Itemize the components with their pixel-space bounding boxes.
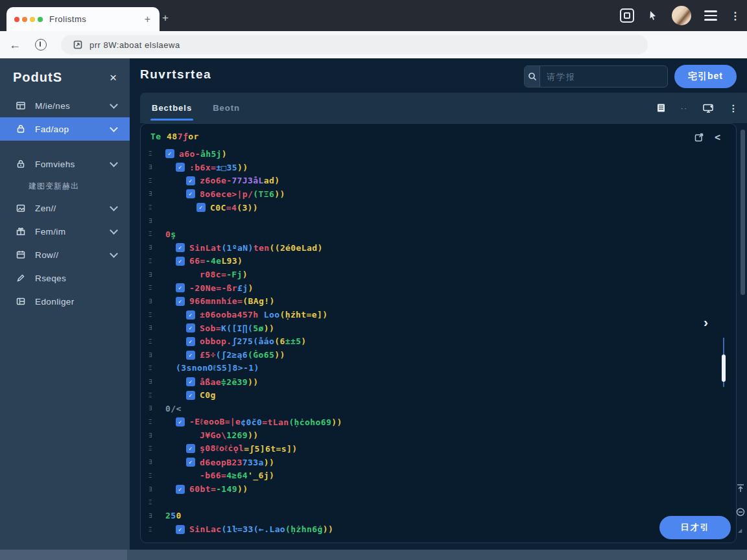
checkbox[interactable]: ✓ bbox=[186, 337, 195, 346]
code-editor[interactable]: Te 487ƒor < Ξ✓a6o-åh5j)∃✓:b6x=±□35))Ξ✓z6… bbox=[140, 123, 737, 543]
code-token: =ʃ5]6t=s]) bbox=[244, 444, 297, 454]
checkbox[interactable]: ✓ bbox=[176, 163, 185, 172]
sidebar-item-3[interactable]: Zen// bbox=[0, 196, 130, 220]
back-icon[interactable]: ← bbox=[9, 38, 21, 52]
checkbox[interactable]: ✓ bbox=[176, 243, 185, 252]
code-token: 8o6ece>|p/ bbox=[200, 189, 253, 199]
horizontal-scrollbar-thumb[interactable] bbox=[0, 550, 127, 560]
avatar[interactable] bbox=[672, 6, 691, 25]
checkbox[interactable]: ✓ bbox=[176, 257, 185, 266]
app-content: PodutS × M/ie/nes Fad/aop bbox=[0, 58, 747, 560]
checkbox[interactable]: ✓ bbox=[176, 485, 185, 494]
search-scope-select[interactable] bbox=[525, 66, 540, 87]
tab-plus-icon[interactable]: + bbox=[145, 14, 150, 25]
search-box bbox=[524, 65, 668, 88]
sidebar-item-1[interactable]: Fad/aop bbox=[0, 117, 130, 141]
primary-action-button[interactable]: 宅引bet bbox=[674, 65, 737, 88]
image-icon bbox=[16, 203, 26, 213]
search-input[interactable] bbox=[540, 66, 667, 87]
traffic-light-red-icon[interactable] bbox=[14, 17, 19, 22]
line-number: Ξ bbox=[141, 419, 160, 425]
code-token: 966mnnhíe= bbox=[189, 296, 243, 306]
feedback-icon[interactable] bbox=[735, 507, 746, 520]
address-bar[interactable]: prr 8W:aboat elslaewa bbox=[61, 35, 648, 54]
checkbox[interactable]: ✓ bbox=[186, 189, 195, 198]
code-line: ∃J¥Go\1269)) bbox=[141, 428, 737, 442]
checkbox[interactable]: ✓ bbox=[186, 323, 195, 332]
code-token: 5j bbox=[211, 149, 221, 159]
code-token: (ḥżhn6ģ bbox=[285, 524, 323, 534]
monitor-icon[interactable] bbox=[702, 103, 715, 113]
tab-0[interactable]: Bectbels bbox=[150, 93, 193, 123]
code-token: 733a bbox=[243, 458, 264, 467]
line-number: ∃ bbox=[141, 486, 160, 493]
sidebar-subitem[interactable]: 建图变新赫出 bbox=[0, 176, 130, 196]
vertical-scrollbar-thumb[interactable] bbox=[741, 130, 745, 295]
sidebar-item-4[interactable]: Fem/im bbox=[0, 220, 130, 243]
submit-button[interactable]: 日才引 bbox=[659, 516, 731, 539]
code-token: obbop. bbox=[200, 336, 231, 346]
screenshot-icon[interactable] bbox=[620, 8, 634, 23]
code-token: :b6x= bbox=[189, 163, 216, 172]
sidebar-item-5[interactable]: Row// bbox=[0, 243, 130, 266]
checkbox[interactable]: ✓ bbox=[196, 203, 206, 212]
checkbox[interactable]: ✓ bbox=[186, 310, 195, 320]
vertical-slider[interactable] bbox=[723, 338, 724, 387]
code-line: Ξ✓z6o6e-77J3åLad) bbox=[141, 174, 737, 187]
lock-icon bbox=[16, 159, 26, 169]
more-icon[interactable]: ·· bbox=[681, 104, 688, 112]
export-icon[interactable] bbox=[694, 132, 704, 143]
sidebar-item-2[interactable]: Fomviehs bbox=[0, 152, 130, 176]
tab-1[interactable]: Beotn bbox=[211, 93, 241, 123]
checkbox[interactable]: ✓ bbox=[186, 458, 195, 467]
browser-tab-strip: Frolistms + + ⋮ bbox=[0, 0, 747, 31]
kebab-icon[interactable]: ⋮ bbox=[729, 103, 738, 113]
checkbox[interactable]: ✓ bbox=[186, 351, 195, 360]
expand-chevron-icon[interactable]: › bbox=[704, 314, 708, 330]
checkbox[interactable]: ✓ bbox=[186, 176, 195, 185]
browser-tab[interactable]: Frolistms + bbox=[6, 7, 160, 31]
code-token: ≑2ē39 bbox=[221, 377, 248, 387]
traffic-light-yellow-icon[interactable] bbox=[30, 17, 35, 22]
traffic-light-green-icon[interactable] bbox=[38, 17, 43, 22]
slider-handle[interactable] bbox=[722, 355, 726, 382]
chevron-down-icon bbox=[110, 226, 118, 235]
code-token: a6o- bbox=[179, 149, 200, 159]
checkbox[interactable]: ✓ bbox=[176, 283, 185, 292]
code-line: Ξ✓66=-4eL93) bbox=[141, 255, 737, 268]
horizontal-scrollbar[interactable] bbox=[0, 550, 747, 560]
sidebar-item-7[interactable]: Edonliger bbox=[0, 290, 130, 313]
close-icon[interactable]: × bbox=[110, 71, 117, 85]
code-line: ∃ bbox=[141, 214, 737, 228]
back-to-top-icon[interactable] bbox=[735, 483, 746, 496]
checkbox[interactable]: ✓ bbox=[186, 444, 195, 453]
browser-menu-icon[interactable] bbox=[704, 10, 717, 21]
sidebar-item-label: Edonliger bbox=[35, 297, 75, 307]
code-token: ((2é0eLad) bbox=[269, 243, 322, 253]
checkbox[interactable]: ✓ bbox=[176, 525, 185, 534]
code-line: Ξ✓SinLac(1ŀ=33(←.Lao(ḥżhn6ģ)) bbox=[141, 522, 737, 536]
document-list-icon[interactable] bbox=[656, 102, 667, 113]
page-header: Ruvrtsrtea 宅引bet bbox=[130, 58, 747, 93]
checkbox[interactable]: ✓ bbox=[176, 417, 185, 426]
page-icon bbox=[73, 40, 83, 50]
line-number: ∃ bbox=[141, 272, 160, 278]
checkbox[interactable]: ✓ bbox=[165, 149, 174, 158]
code-token: ) bbox=[248, 283, 254, 293]
collapse-icon[interactable]: < bbox=[715, 132, 720, 143]
code-line: ∃r08c=-Fj) bbox=[141, 268, 737, 281]
checkbox[interactable]: ✓ bbox=[186, 391, 195, 400]
sidebar: PodutS × M/ie/nes Fad/aop bbox=[0, 58, 130, 550]
new-tab-button[interactable]: + bbox=[162, 12, 169, 25]
sidebar-item-6[interactable]: Rseqes bbox=[0, 266, 130, 290]
code-token: 5ø bbox=[253, 323, 263, 333]
site-info-icon[interactable] bbox=[35, 39, 47, 51]
kebab-icon[interactable]: ⋮ bbox=[730, 10, 741, 22]
line-number: ∃ bbox=[141, 191, 160, 197]
cursor-icon[interactable] bbox=[647, 10, 659, 21]
checkbox[interactable]: ✓ bbox=[186, 377, 195, 386]
traffic-light-orange-icon[interactable] bbox=[22, 17, 27, 22]
sidebar-title: PodutS bbox=[13, 70, 62, 85]
checkbox[interactable]: ✓ bbox=[176, 297, 185, 306]
sidebar-item-0[interactable]: M/ie/nes bbox=[0, 94, 130, 117]
